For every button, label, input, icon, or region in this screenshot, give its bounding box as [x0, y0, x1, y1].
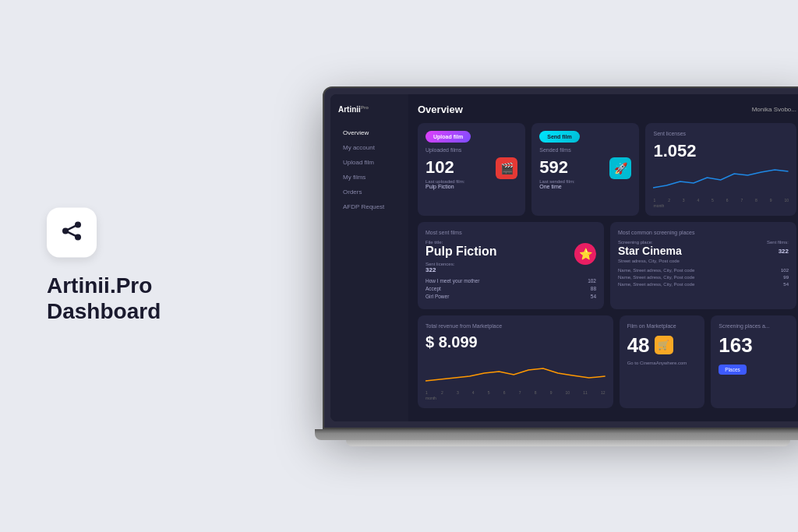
svg-point-0	[75, 221, 81, 227]
user-name: Monika Svobo...	[752, 106, 796, 113]
cinema-name: Star Cinema	[618, 245, 736, 257]
bottom-row: Total revenue from Marketplace $ 8.099 1…	[418, 315, 796, 408]
list-item: Name, Street adress, City, Post code 99	[618, 275, 789, 280]
top-screening-count: 322	[742, 248, 789, 255]
sended-films-value: 592	[539, 157, 574, 178]
uploaded-films-value: 102	[425, 157, 464, 178]
laptop-screen: ArtiniiPro Overview My account Upload fi…	[330, 94, 798, 421]
main-content: Overview Monika Svobo... Upload film Upl…	[408, 94, 798, 421]
sent-licenses-label: Sent licenses	[653, 131, 789, 136]
share-icon	[59, 218, 84, 246]
sidebar-item-myaccount[interactable]: My account	[338, 141, 401, 154]
page-title: Overview	[418, 104, 463, 115]
marketplace-section-label: Film on Marketplace	[627, 323, 697, 329]
sent-films-col-label: Sent films:	[742, 240, 789, 245]
sidebar-item-myfilms[interactable]: My films	[338, 171, 401, 184]
svg-line-4	[65, 231, 78, 237]
sidebar-item-afdp[interactable]: AFDP Request	[338, 200, 401, 213]
list-item: Accept 88	[425, 286, 596, 291]
screening-left: Screening place: Star Cinema Street adre…	[618, 240, 736, 263]
list-item: Girl Power 54	[425, 294, 596, 299]
film-icon-teal: 🚀	[609, 157, 631, 179]
sidebar-nav: Overview My account Upload film My films…	[338, 126, 401, 213]
share-icon-box	[47, 207, 97, 257]
screening-places-card: Most common screening places Screening p…	[610, 222, 796, 309]
sended-films-inner: 592 Last sended film: One time 🚀	[539, 157, 631, 189]
film-icon-red: 🎬	[496, 157, 517, 179]
marketplace-number: 48 🛒	[627, 333, 697, 358]
revenue-section-label: Total revenue from Marketplace	[425, 323, 606, 329]
places-value: 163	[719, 333, 789, 358]
revenue-chart-labels: 123 456 789 101112	[425, 390, 606, 395]
laptop-screen-wrapper: ArtiniiPro Overview My account Upload fi…	[323, 86, 798, 429]
star-icon: ⭐	[574, 243, 596, 265]
send-film-button[interactable]: Send film	[539, 131, 580, 143]
cart-icon: 🛒	[655, 336, 673, 354]
svg-line-3	[65, 224, 78, 231]
uploaded-films-card: Upload film Uploaded films 102 Last uplo…	[418, 123, 525, 216]
cinema-address: Street adress, City, Post code	[618, 259, 736, 263]
list-item: Name, Street adress, City, Post code 102	[618, 268, 789, 273]
upload-film-button[interactable]: Upload film	[425, 131, 471, 143]
most-sent-section-label: Most sent films	[425, 230, 596, 235]
laptop-foot	[346, 440, 790, 446]
screening-section-label: Most common screening places	[618, 230, 789, 235]
sended-card-buttons: Send film	[539, 131, 631, 143]
sent-licenses-value: 1.052	[653, 141, 789, 161]
sidebar-logo: ArtiniiPro	[338, 105, 401, 114]
sended-films-sub-value: One time	[539, 184, 574, 189]
top-film-title: Pulp Fiction	[425, 245, 497, 259]
sidebar-item-overview[interactable]: Overview	[338, 126, 401, 139]
licenses-chart-labels: 123 456 789 10	[653, 198, 789, 203]
places-section-label: Screening places a...	[719, 323, 789, 329]
marketplace-link[interactable]: Go to CinemaAnywhere.com	[627, 361, 697, 365]
licenses-x-label: month	[653, 203, 789, 208]
sended-films-card: Send film Sended films 592 Last sended f…	[531, 123, 639, 216]
stat-card-buttons: Upload film	[425, 131, 517, 143]
sidebar: ArtiniiPro Overview My account Upload fi…	[330, 94, 408, 421]
stats-row: Upload film Uploaded films 102 Last uplo…	[418, 123, 796, 216]
uploaded-films-sub-value: Pulp Fiction	[425, 184, 464, 189]
places-button[interactable]: Places	[719, 365, 747, 375]
revenue-x-label: month	[425, 396, 606, 400]
sidebar-item-uploadfilm[interactable]: Upload film	[338, 156, 401, 169]
sended-films-label: Sended films	[539, 147, 631, 153]
licenses-chart	[653, 166, 789, 193]
sidebar-item-orders[interactable]: Orders	[338, 185, 401, 199]
most-sent-films-card: Most sent films File title: Pulp Fiction…	[418, 222, 604, 309]
uploaded-films-inner: 102 Last uploaded film: Pulp Fiction 🎬	[425, 157, 517, 189]
uploaded-films-label: Uploaded films	[425, 147, 517, 153]
middle-row: Most sent films File title: Pulp Fiction…	[418, 222, 796, 309]
sent-licenses-card: Sent licenses 1.052 123 456 789 10 month	[645, 123, 796, 216]
film-row-header: File title: Pulp Fiction Sent licences: …	[425, 240, 596, 273]
screening-list: Name, Street adress, City, Post code 102…	[618, 268, 789, 287]
revenue-chart	[425, 356, 606, 386]
screening-places-count-card: Screening places a... 163 Places	[711, 315, 796, 408]
top-film-licenses: 322	[425, 266, 497, 273]
film-list: How I meet your mother 102 Accept 88 Gir…	[425, 278, 596, 299]
list-item: Name, Street adress, City, Post code 54	[618, 282, 789, 287]
screening-right: Sent films: 322	[742, 240, 789, 263]
screening-inner: Screening place: Star Cinema Street adre…	[618, 240, 789, 263]
laptop-container: ArtiniiPro Overview My account Upload fi…	[323, 86, 798, 446]
list-item: How I meet your mother 102	[425, 278, 596, 284]
revenue-value: $ 8.099	[425, 333, 606, 351]
revenue-card: Total revenue from Marketplace $ 8.099 1…	[418, 315, 613, 408]
marketplace-card: Film on Marketplace 48 🛒 Go to CinemaAny…	[620, 315, 705, 408]
top-bar: Overview Monika Svobo...	[418, 104, 796, 115]
laptop-base	[315, 429, 798, 440]
left-panel: Artinii.ProDashboard	[47, 207, 161, 325]
brand-title: Artinii.ProDashboard	[47, 273, 161, 325]
